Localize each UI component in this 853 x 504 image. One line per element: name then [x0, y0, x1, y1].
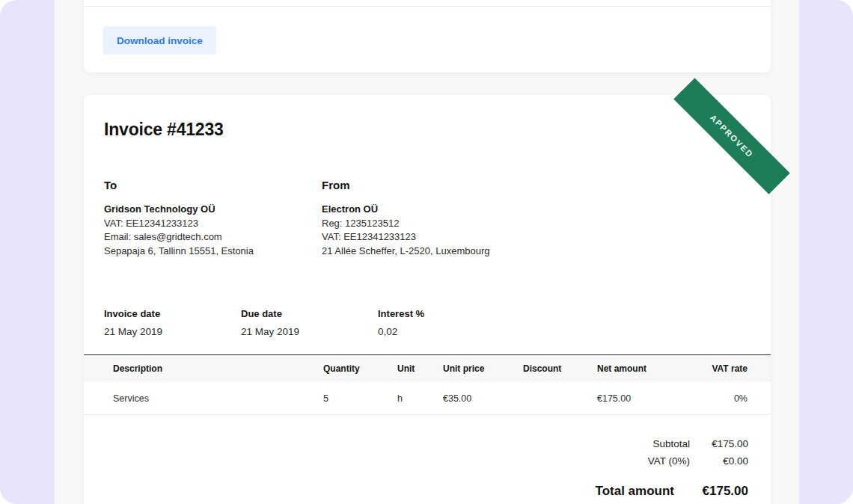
subtotal-label: Subtotal: [652, 438, 690, 449]
cell-description: Services: [84, 382, 323, 414]
vat-row: VAT (0%) €0.00: [648, 455, 748, 467]
cell-net-amount: €175.00: [597, 382, 687, 414]
col-net-amount: Net amount: [597, 354, 687, 382]
to-company-name: Gridson Technology OÜ: [104, 203, 322, 217]
interest-field: Interest % 0,02: [378, 308, 515, 337]
from-reg-line: Reg: 1235123512: [322, 217, 539, 231]
bill-from-section: From Electron OÜ Reg: 1235123512 VAT: EE…: [322, 179, 539, 259]
to-vat-line: VAT: EE12341233123: [104, 217, 322, 231]
invoice-date-label: Invoice date: [104, 308, 241, 319]
to-address-line: Sepapaja 6, Tallinn 15551, Estonia: [104, 245, 322, 259]
total-amount-label: Total amount: [596, 484, 674, 499]
subtotal-row: Subtotal €175.00: [652, 438, 748, 449]
download-invoice-button[interactable]: Download invoice: [103, 26, 216, 55]
totals-section: Subtotal €175.00 VAT (0%) €0.00 Total am…: [104, 438, 750, 499]
invoice-date-value: 21 May 2019: [104, 326, 241, 337]
col-unit: Unit: [397, 354, 443, 382]
from-heading: From: [322, 179, 539, 191]
download-card: Download invoice: [84, 0, 771, 73]
bill-to-section: To Gridson Technology OÜ VAT: EE12341233…: [104, 179, 322, 259]
interest-value: 0,02: [378, 326, 515, 337]
table-header-row: Description Quantity Unit Unit price Dis…: [84, 354, 771, 382]
total-amount-row: Total amount €175.00: [596, 484, 748, 499]
ribbon-fold-top-icon: [681, 91, 692, 102]
cell-vat-rate: 0%: [687, 382, 771, 414]
col-unit-price: Unit price: [443, 354, 523, 382]
divider: [84, 6, 771, 7]
parties-section: To Gridson Technology OÜ VAT: EE12341233…: [104, 179, 750, 259]
cell-discount: [523, 382, 597, 414]
total-amount-value: €175.00: [674, 484, 748, 499]
cell-quantity: 5: [323, 382, 397, 414]
due-date-field: Due date 21 May 2019: [241, 308, 378, 337]
content-panel: Download invoice APPROVED Invoice #41233…: [55, 0, 799, 504]
from-address-line: 21 Allée Scheffer, L-2520, Luxembourg: [322, 245, 539, 259]
col-description: Description: [84, 354, 323, 382]
ribbon-fold-right-icon: [767, 173, 778, 185]
due-date-label: Due date: [241, 308, 378, 319]
invoice-date-field: Invoice date 21 May 2019: [104, 308, 241, 337]
vat-label: VAT (0%): [648, 455, 690, 467]
to-email-line: Email: sales@gridtech.com: [104, 230, 322, 245]
table-row: Services 5 h €35.00 €175.00 0%: [84, 382, 771, 414]
from-company-name: Electron OÜ: [322, 203, 539, 217]
subtotal-value: €175.00: [690, 438, 748, 449]
due-date-value: 21 May 2019: [241, 326, 378, 337]
line-items-table: Description Quantity Unit Unit price Dis…: [84, 354, 771, 415]
from-vat-line: VAT: EE12341233123: [322, 230, 539, 245]
invoice-card: APPROVED Invoice #41233 To Gridson Techn…: [84, 95, 771, 504]
cell-unit: h: [397, 382, 443, 414]
interest-label: Interest %: [378, 308, 515, 319]
cell-unit-price: €35.00: [443, 382, 523, 414]
col-vat-rate: VAT rate: [687, 354, 771, 382]
invoice-meta-section: Invoice date 21 May 2019 Due date 21 May…: [104, 308, 750, 337]
invoice-title: Invoice #41233: [104, 120, 750, 140]
to-heading: To: [104, 179, 322, 191]
col-discount: Discount: [523, 354, 597, 382]
col-quantity: Quantity: [323, 354, 397, 382]
vat-value: €0.00: [690, 455, 748, 467]
